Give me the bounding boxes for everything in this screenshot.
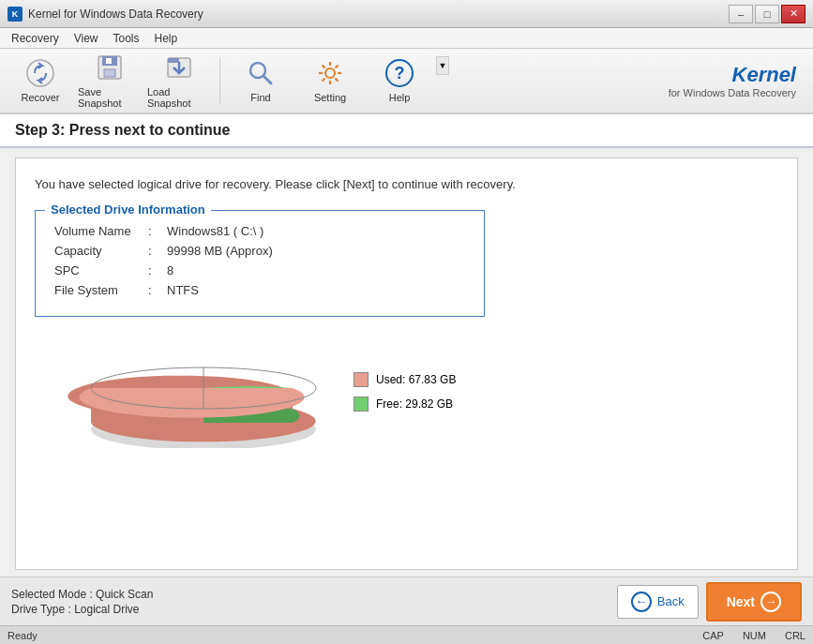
chart-area: Used: 67.83 GB Free: 29.82 GB [63, 336, 778, 448]
status-right: ← Back Next → [617, 582, 802, 622]
mode-label: Selected Mode : [11, 588, 93, 601]
num-status: NUM [743, 630, 766, 641]
title-bar: K Kernel for Windows Data Recovery – □ ✕ [0, 0, 813, 28]
menu-tools[interactable]: Tools [105, 30, 146, 47]
mode-value: Quick Scan [96, 588, 153, 601]
save-snapshot-icon [95, 52, 125, 82]
title-bar-controls: – □ ✕ [729, 5, 805, 23]
svg-rect-4 [106, 58, 112, 64]
ready-status: Ready [8, 630, 684, 641]
save-snapshot-button[interactable]: Save Snapshot [77, 52, 143, 109]
main-panel: You have selected logical drive for reco… [15, 157, 798, 570]
app-icon: K [8, 7, 23, 22]
drive-info-row-spc: SPC : 8 [54, 263, 465, 277]
load-snapshot-button[interactable]: Load Snapshot [146, 52, 212, 109]
recover-icon [25, 58, 55, 88]
load-snapshot-icon [164, 52, 194, 82]
volume-label: Volume Name [54, 224, 148, 238]
capacity-colon: : [148, 244, 167, 258]
drive-info-row-capacity: Capacity : 99998 MB (Approx) [54, 244, 465, 258]
step-header-text: Step 3: Press next to continue [15, 122, 230, 138]
help-button[interactable]: ? Help [367, 52, 432, 109]
setting-icon [315, 58, 345, 88]
bottom-strip: Ready CAP NUM CRL [0, 625, 813, 644]
legend-free: Free: 29.82 GB [354, 397, 456, 412]
next-button[interactable]: Next → [706, 582, 802, 622]
spc-label: SPC [54, 263, 148, 277]
svg-text:?: ? [395, 64, 405, 82]
find-icon [246, 58, 276, 88]
step-header: Step 3: Press next to continue [0, 114, 813, 148]
recover-button[interactable]: Recover [8, 52, 73, 109]
drive-info-row-filesystem: File System : NTFS [54, 283, 465, 297]
toolbar-separator-1 [219, 57, 220, 104]
next-label: Next [727, 594, 755, 609]
next-arrow-icon: → [760, 592, 781, 612]
filesystem-value: NTFS [167, 283, 199, 297]
toolbar: Recover Save Snapshot Load Snapshot [0, 49, 813, 114]
menu-help[interactable]: Help [147, 30, 186, 47]
chart-legend: Used: 67.83 GB Free: 29.82 GB [354, 372, 456, 412]
svg-line-8 [263, 76, 271, 83]
help-label: Help [389, 92, 411, 103]
back-button[interactable]: ← Back [617, 585, 699, 619]
legend-used: Used: 67.83 GB [354, 372, 456, 387]
capacity-label: Capacity [54, 244, 148, 258]
save-snapshot-label: Save Snapshot [78, 86, 142, 109]
volume-colon: : [148, 224, 167, 238]
info-message: You have selected logical drive for reco… [35, 177, 778, 191]
branding: Kernel for Windows Data Recovery [669, 63, 805, 98]
volume-value: Windows81 ( C:\ ) [167, 224, 263, 238]
setting-button[interactable]: Setting [297, 52, 363, 109]
menu-bar: Recovery View Tools Help [0, 28, 813, 49]
menu-recovery[interactable]: Recovery [4, 30, 67, 47]
cap-status: CAP [702, 630, 724, 641]
svg-line-15 [336, 79, 339, 82]
load-snapshot-label: Load Snapshot [147, 86, 211, 109]
title-bar-left: K Kernel for Windows Data Recovery [8, 7, 203, 22]
status-left: Selected Mode : Quick Scan Drive Type : … [11, 588, 617, 616]
svg-rect-3 [104, 69, 115, 77]
window-title: Kernel for Windows Data Recovery [28, 7, 203, 21]
back-label: Back [657, 594, 685, 608]
crl-status: CRL [785, 630, 805, 641]
menu-view[interactable]: View [67, 30, 106, 47]
svg-rect-6 [168, 58, 179, 63]
legend-free-color [354, 397, 369, 412]
legend-free-label: Free: 29.82 GB [376, 397, 453, 411]
svg-line-17 [323, 79, 325, 82]
filesystem-label: File System [54, 283, 148, 297]
brand-tagline: for Windows Data Recovery [669, 87, 796, 98]
pie-chart [63, 336, 325, 448]
drive-value: Logical Drive [74, 603, 139, 616]
capacity-value: 99998 MB (Approx) [167, 244, 273, 258]
find-label: Find [250, 92, 270, 103]
svg-line-16 [336, 66, 339, 68]
maximize-button[interactable]: □ [755, 5, 779, 23]
drive-info-row-volume: Volume Name : Windows81 ( C:\ ) [54, 224, 465, 238]
status-bar: Selected Mode : Quick Scan Drive Type : … [0, 577, 813, 625]
legend-used-label: Used: 67.83 GB [376, 373, 456, 386]
drive-info-title: Selected Drive Information [45, 202, 211, 217]
svg-point-9 [325, 68, 335, 78]
drive-label: Drive Type [11, 603, 65, 616]
status-drive-line: Drive Type : Logical Drive [11, 603, 617, 616]
brand-name: Kernel [732, 63, 796, 87]
spc-value: 8 [167, 263, 173, 277]
close-button[interactable]: ✕ [781, 5, 805, 23]
spc-colon: : [148, 263, 167, 277]
find-button[interactable]: Find [228, 52, 294, 109]
filesystem-colon: : [148, 283, 167, 297]
toolbar-dropdown-arrow[interactable]: ▼ [436, 56, 449, 75]
recover-label: Recover [22, 92, 60, 103]
legend-used-color [354, 372, 369, 387]
minimize-button[interactable]: – [729, 5, 753, 23]
setting-label: Setting [314, 92, 346, 103]
help-icon: ? [384, 58, 414, 88]
status-mode-line: Selected Mode : Quick Scan [11, 588, 617, 601]
drive-info-box: Selected Drive Information Volume Name :… [35, 210, 485, 317]
svg-line-14 [323, 66, 325, 68]
back-arrow-icon: ← [631, 592, 652, 612]
